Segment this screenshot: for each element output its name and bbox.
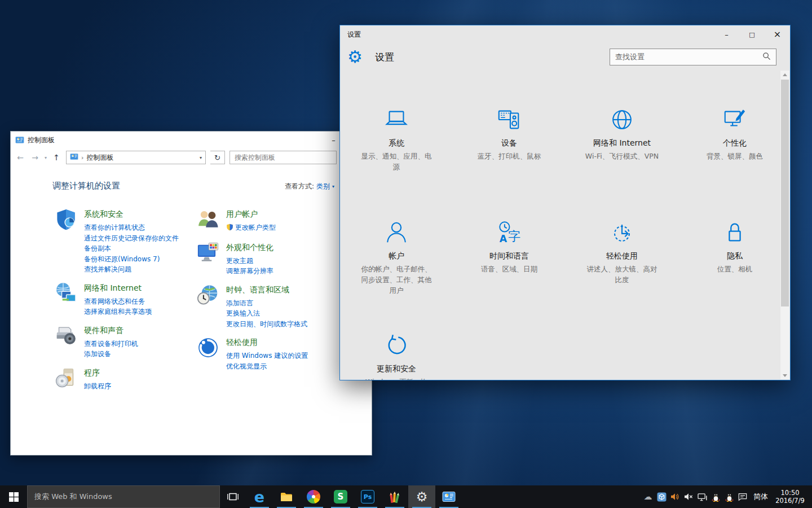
- scrollbar[interactable]: [780, 71, 789, 379]
- cp-link[interactable]: 更改日期、时间或数字格式: [226, 319, 325, 330]
- action-center-icon[interactable]: [736, 492, 749, 502]
- cp-link[interactable]: 优化视觉显示: [226, 361, 325, 372]
- cp-link[interactable]: 添加设备: [84, 349, 183, 360]
- ime-indicator[interactable]: 简体: [749, 492, 772, 502]
- cp-category-title[interactable]: 时钟、语言和区域: [226, 285, 325, 295]
- taskbar-app-explorer[interactable]: [273, 485, 300, 508]
- settings-tile-time[interactable]: A字时间和语言语音、区域、日期: [453, 211, 566, 323]
- control-panel-titlebar[interactable]: 控制面板 – □: [11, 132, 372, 148]
- chevron-down-icon[interactable]: ▾: [200, 155, 202, 160]
- tile-subtitle: Wi-Fi、飞行模式、VPN: [585, 151, 659, 161]
- settings-tile-privacy[interactable]: 隐私位置、相机: [678, 211, 791, 323]
- update-icon: [383, 332, 409, 358]
- cp-link[interactable]: 添加语言: [226, 298, 325, 309]
- cp-category-title[interactable]: 网络和 Internet: [84, 283, 183, 294]
- view-by-value[interactable]: 类别: [316, 182, 330, 191]
- scroll-down-icon[interactable]: [780, 371, 789, 379]
- cp-link[interactable]: 查看网络状态和任务: [84, 296, 183, 307]
- up-icon[interactable]: ↑: [51, 153, 61, 162]
- tile-title: 系统: [389, 138, 404, 148]
- clock[interactable]: 10:50 2016/7/9: [772, 489, 808, 505]
- programs-category-icon[interactable]: [55, 367, 77, 389]
- network-category-icon[interactable]: [55, 282, 77, 305]
- qq-icon[interactable]: [722, 492, 736, 502]
- maximize-button[interactable]: □: [739, 25, 765, 43]
- cp-category-title[interactable]: 硬件和声音: [84, 326, 183, 336]
- taskbar-app-cpanel[interactable]: [435, 485, 462, 508]
- chevron-down-icon[interactable]: ▾: [332, 184, 334, 189]
- cp-link[interactable]: 卸载程序: [84, 381, 183, 392]
- devices-icon: [496, 107, 522, 133]
- settings-search-input[interactable]: 查找设置: [610, 49, 776, 65]
- settings-window: 设置 – □ × ⚙ 设置 查找设置 系统显示、通知、应用、电源设备蓝牙、打印机…: [339, 25, 791, 380]
- tile-title: 隐私: [727, 251, 743, 261]
- cp-link[interactable]: 更改主题: [226, 256, 325, 266]
- refresh-button[interactable]: ↻: [210, 151, 225, 164]
- settings-tile-update[interactable]: 更新和安全Windows 更新、恢复、备份: [340, 323, 453, 380]
- settings-tile-accounts[interactable]: 帐户你的帐户、电子邮件、同步设置、工作、其他用户: [340, 211, 453, 323]
- appearance-category-icon[interactable]: [197, 242, 219, 264]
- cp-link[interactable]: 查看你的计算机状态: [84, 222, 183, 233]
- view-by-label: 查看方式:: [285, 182, 314, 191]
- start-button[interactable]: [0, 485, 27, 508]
- cp-link[interactable]: 更改帐户类型: [226, 222, 325, 234]
- recent-pages-icon[interactable]: ▾: [45, 155, 47, 160]
- settings-tile-personalization[interactable]: 个性化背景、锁屏、颜色: [678, 98, 791, 211]
- forward-icon[interactable]: →: [30, 153, 40, 162]
- taskbar-search-input[interactable]: 搜索 Web 和 Windows: [27, 485, 220, 508]
- taskbar-app-settings[interactable]: ⚙: [408, 485, 435, 508]
- hardware-category-icon[interactable]: [55, 325, 77, 347]
- scroll-up-icon[interactable]: [780, 71, 789, 78]
- cp-category-title[interactable]: 程序: [84, 368, 183, 378]
- back-icon[interactable]: ←: [15, 153, 25, 162]
- cloud-icon[interactable]: ☁: [641, 492, 655, 502]
- breadcrumb[interactable]: 控制面板: [86, 153, 113, 163]
- taskbar-app-s[interactable]: S: [327, 485, 354, 508]
- taskbar-app-edge[interactable]: e: [246, 485, 273, 508]
- cp-link[interactable]: 备份和还原(Windows 7): [84, 254, 183, 265]
- app-box-icon[interactable]: [655, 492, 668, 502]
- settings-titlebar[interactable]: 设置 – □ ×: [340, 25, 790, 43]
- cp-category-clock: 时钟、语言和区域添加语言更换输入法更改日期、时间或数字格式: [195, 284, 336, 330]
- speaker-icon[interactable]: [668, 492, 682, 502]
- security-category-icon[interactable]: [55, 208, 77, 231]
- cp-link[interactable]: 查看设备和打印机: [84, 339, 183, 349]
- clock-category-icon[interactable]: [197, 284, 219, 306]
- settings-tile-ease[interactable]: 轻松使用讲述人、放大镜、高对比度: [566, 211, 678, 323]
- qq-icon[interactable]: [709, 492, 722, 502]
- ease-category-icon[interactable]: [197, 336, 219, 359]
- search-placeholder: 搜索控制面板: [235, 153, 275, 163]
- taskbar-app-media[interactable]: [300, 485, 327, 508]
- settings-tile-network[interactable]: 网络和 InternetWi-Fi、飞行模式、VPN: [566, 98, 678, 211]
- settings-tile-system[interactable]: 系统显示、通知、应用、电源: [340, 98, 453, 211]
- volume-mute-icon[interactable]: [682, 492, 695, 502]
- cp-category-title[interactable]: 用户帐户: [226, 209, 325, 220]
- tile-subtitle: Windows 更新、恢复、备份: [359, 376, 434, 380]
- network-icon[interactable]: [695, 492, 709, 502]
- cp-category-title[interactable]: 系统和安全: [84, 209, 183, 220]
- control-panel-search-input[interactable]: 搜索控制面板: [230, 151, 337, 164]
- time-icon: A字: [496, 220, 522, 246]
- settings-tile-devices[interactable]: 设备蓝牙、打印机、鼠标: [453, 98, 566, 211]
- cp-category-title[interactable]: 轻松使用: [226, 338, 325, 348]
- taskbar-app-ps[interactable]: Ps: [354, 485, 381, 508]
- close-button[interactable]: ×: [765, 25, 790, 43]
- cp-link[interactable]: 选择家庭组和共享选项: [84, 306, 183, 317]
- cp-link[interactable]: 更换输入法: [226, 308, 325, 319]
- cp-link[interactable]: 使用 Windows 建议的设置: [226, 351, 325, 361]
- cp-link[interactable]: 调整屏幕分辨率: [226, 266, 325, 277]
- cp-link[interactable]: 查找并解决问题: [84, 264, 183, 275]
- system-tray: ☁ 简体 10:50 2016/7/9: [641, 485, 812, 508]
- address-bar[interactable]: › 控制面板 ▾: [66, 151, 206, 164]
- control-panel-content: 调整计算机的设置 查看方式: 类别 ▾ 系统和安全查看你的计算机状态通过文件历史…: [11, 167, 372, 398]
- minimize-button[interactable]: –: [714, 25, 739, 43]
- taskbar-app-pencils[interactable]: [381, 485, 408, 508]
- taskbar-spacer: [462, 485, 641, 508]
- edge-icon: e: [254, 489, 264, 505]
- cp-category-title[interactable]: 外观和个性化: [226, 243, 325, 253]
- scrollbar-thumb[interactable]: [781, 80, 789, 306]
- users-category-icon[interactable]: [197, 208, 219, 231]
- search-icon[interactable]: [762, 52, 771, 63]
- task-view-button[interactable]: [220, 485, 246, 508]
- cp-link[interactable]: 通过文件历史记录保存你的文件备份副本: [84, 233, 183, 254]
